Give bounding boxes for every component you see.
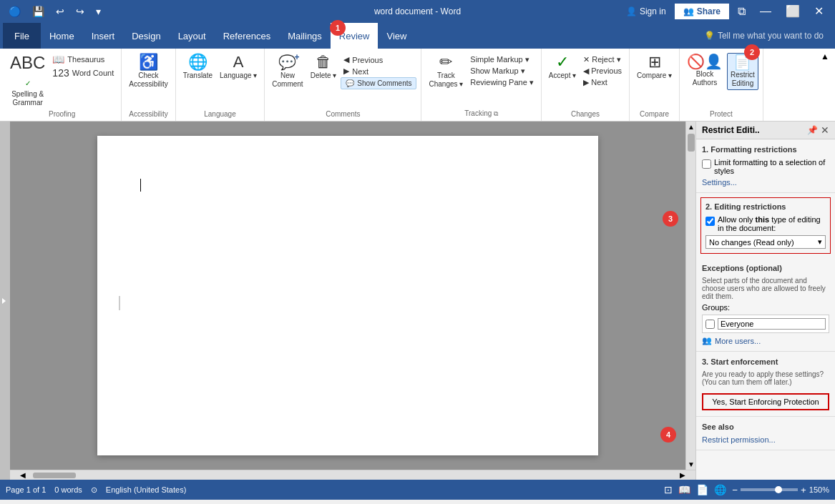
restrict-editing-panel: Restrict Editi.. 📌 ✕ 1. Formatting restr… (695, 122, 835, 480)
customize-btn[interactable]: ▾ (93, 4, 104, 19)
minimize-btn[interactable]: — (754, 3, 777, 20)
print-layout-btn[interactable]: 📄 (696, 484, 708, 495)
word-count: 0 words (54, 485, 82, 494)
accept-icon: ✓ (556, 54, 569, 70)
page-edge (119, 296, 123, 310)
show-comments-btn[interactable]: 💬 Show Comments (341, 77, 416, 89)
accessibility-icon: ♿ (139, 54, 158, 70)
block-authors-btn[interactable]: 🚫👤 BlockAuthors (684, 53, 726, 89)
formatting-checkbox-row: Limit formatting to a selection of style… (702, 158, 829, 175)
read-mode-btn[interactable]: 📖 (678, 484, 690, 495)
simple-markup-btn[interactable]: Simple Markup ▾ (467, 54, 537, 65)
spelling-grammar-btn[interactable]: ABC✓ Spelling &Grammar (7, 53, 48, 109)
comments-group: 💬 + NewComment 🗑 Delete ▾ ◀ Previous ▶ N… (265, 49, 421, 121)
home-menu[interactable]: Home (41, 23, 83, 49)
word-icon[interactable]: 🔵 (6, 4, 24, 19)
undo-btn[interactable]: ↩ (53, 4, 67, 19)
language-info: English (United States) (106, 485, 187, 494)
spelling-icon: ABC✓ (10, 54, 45, 89)
more-users-link[interactable]: More users... (715, 337, 761, 345)
new-comment-icon: 💬 + (278, 54, 296, 70)
restrict-editing-btn[interactable]: 📄 RestrictEditing (727, 53, 758, 90)
focus-mode-btn[interactable]: ⊡ (664, 484, 673, 495)
tracking-group: ✏ TrackChanges ▾ Simple Markup ▾ Show Ma… (421, 49, 541, 121)
show-markup-btn[interactable]: Show Markup ▾ (467, 66, 537, 76)
next-change-btn[interactable]: ▶ Next (580, 77, 625, 88)
vertical-scrollbar[interactable]: ▲ ▼ (685, 122, 695, 470)
see-also-section: See also Restrict permission... (696, 417, 835, 450)
document-area: ▲ ▼ ◀ ▶ (10, 122, 695, 480)
reject-btn[interactable]: ✕ Reject ▾ (580, 54, 625, 65)
ribbon: ABC✓ Spelling &Grammar 📖 Thesaurus 123 W… (0, 49, 835, 122)
word-count-btn[interactable]: 123 Word Count (49, 66, 117, 79)
panel-pin-btn[interactable]: 📌 (807, 124, 818, 136)
everyone-checkbox[interactable] (705, 320, 715, 329)
check-accessibility-btn[interactable]: ♿ CheckAccessibility (126, 53, 170, 90)
ribbon-collapse[interactable]: ▲ (818, 49, 832, 121)
formatting-restrictions-section: 1. Formatting restrictions Limit formatt… (696, 139, 835, 193)
scroll-right-btn[interactable]: ▶ (680, 471, 685, 479)
zoom-out-btn[interactable]: − (732, 485, 738, 495)
document-scroll[interactable] (10, 122, 685, 470)
panel-close-btn[interactable]: ✕ (821, 124, 829, 136)
review-menu[interactable]: Review (331, 23, 379, 49)
document-page (97, 136, 598, 455)
reviewing-pane-btn[interactable]: Reviewing Pane ▾ (467, 77, 537, 88)
view-menu[interactable]: View (378, 23, 415, 49)
language-group: 🌐 Translate A Language ▾ Language (176, 49, 265, 121)
scroll-thumb[interactable] (688, 134, 695, 152)
page-info: Page 1 of 1 (6, 485, 46, 494)
save-btn[interactable]: 💾 (29, 4, 47, 19)
delete-btn[interactable]: 🗑 Delete ▾ (308, 53, 340, 81)
track-changes-btn[interactable]: ✏ TrackChanges ▾ (426, 53, 466, 90)
compare-btn[interactable]: ⊞ Compare ▾ (634, 53, 675, 81)
thesaurus-btn[interactable]: 📖 Thesaurus (49, 53, 117, 66)
scroll-left-btn[interactable]: ◀ (20, 471, 26, 479)
maximize-btn[interactable]: ⬜ (780, 3, 806, 20)
quick-access-toolbar: 🔵 💾 ↩ ↪ ▾ (6, 4, 104, 19)
editing-type-dropdown[interactable]: No changes (Read only) ▾ (705, 235, 826, 249)
redo-btn[interactable]: ↪ (73, 4, 87, 19)
formatting-checkbox[interactable] (702, 159, 711, 169)
new-comment-btn[interactable]: 💬 + NewComment (269, 53, 306, 90)
previous-change-btn[interactable]: ◀ Previous (580, 66, 625, 76)
close-btn[interactable]: ✕ (809, 3, 829, 20)
enforcement-section: 3. Start enforcement Are you ready to ap… (696, 352, 835, 417)
horizontal-scrollbar[interactable]: ◀ ▶ (10, 470, 695, 480)
accept-btn[interactable]: ✓ Accept ▾ (546, 53, 579, 81)
web-layout-btn[interactable]: 🌐 (714, 484, 726, 495)
start-enforcing-btn[interactable]: Yes, Start Enforcing Protection (702, 393, 829, 410)
language-btn[interactable]: A Language ▾ (217, 53, 260, 81)
mailings-menu[interactable]: Mailings (279, 23, 331, 49)
zoom-slider[interactable] (741, 488, 798, 491)
restrict-editing-icon: 📄 (733, 55, 751, 69)
macro-icon: ⊙ (91, 485, 97, 495)
h-scroll-thumb[interactable] (33, 473, 76, 478)
layout-menu[interactable]: Layout (170, 23, 215, 49)
proofing-group: ABC✓ Spelling &Grammar 📖 Thesaurus 123 W… (3, 49, 122, 121)
insert-menu[interactable]: Insert (83, 23, 124, 49)
restore-window-btn[interactable]: ⧉ (732, 3, 751, 20)
editing-checkbox-row: Allow only this type of editing in the d… (705, 215, 826, 232)
next-comment-btn[interactable]: ▶ Next (341, 66, 416, 76)
translate-btn[interactable]: 🌐 Translate (180, 53, 215, 81)
editing-checkbox[interactable] (705, 217, 715, 226)
settings-link[interactable]: Settings... (702, 178, 737, 187)
exceptions-section: Exceptions (optional) Select parts of th… (696, 258, 835, 352)
restrict-permission-link[interactable]: Restrict permission... (702, 435, 776, 444)
share-button[interactable]: 👥 Share (675, 4, 729, 19)
previous-comment-btn[interactable]: ◀ Previous (341, 54, 416, 65)
left-margin-marker (119, 296, 123, 310)
scroll-track (686, 132, 695, 459)
everyone-input[interactable] (718, 318, 826, 330)
more-users-row[interactable]: 👥 More users... (702, 336, 829, 345)
file-menu[interactable]: File (3, 23, 41, 49)
design-menu[interactable]: Design (123, 23, 169, 49)
scroll-up-arrow[interactable]: ▲ (686, 122, 695, 132)
protect-group: 🚫👤 BlockAuthors 📄 RestrictEditing Protec… (680, 49, 763, 121)
references-menu[interactable]: References (215, 23, 279, 49)
zoom-in-btn[interactable]: + (801, 485, 806, 495)
scroll-down-arrow[interactable]: ▼ (686, 459, 695, 470)
sign-in-button[interactable]: 👤 Sign in (620, 5, 672, 18)
block-authors-icon: 🚫👤 (687, 54, 723, 69)
